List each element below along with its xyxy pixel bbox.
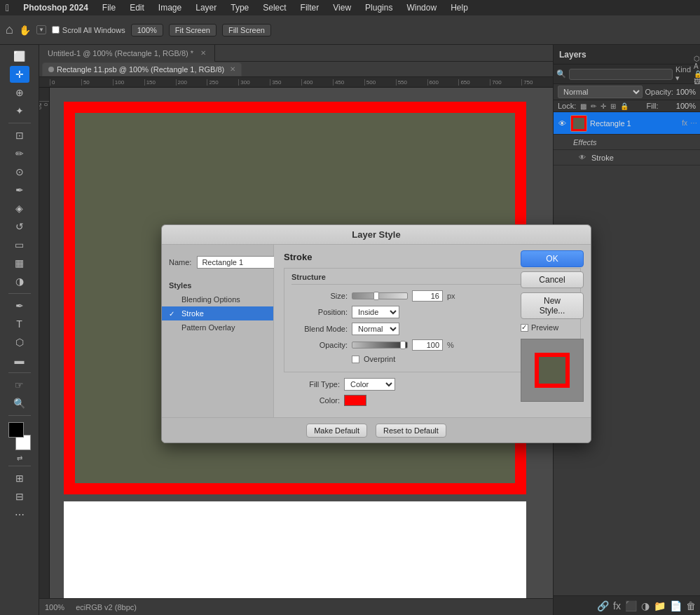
- menu-file[interactable]: File: [99, 1, 118, 14]
- tool-shape[interactable]: ▬: [10, 352, 29, 369]
- tool-gradient[interactable]: ▦: [10, 255, 29, 271]
- tool-move[interactable]: ✛: [10, 66, 29, 83]
- fill-screen-button[interactable]: Fill Screen: [222, 24, 271, 36]
- foreground-color-swatch[interactable]: [8, 422, 24, 438]
- tab-rectangle[interactable]: Rectangle 11.psb @ 100% (Rectangle 1, RG…: [42, 62, 242, 76]
- tool-extra-3[interactable]: ⋯: [10, 506, 29, 523]
- fit-screen-button[interactable]: Fit Screen: [169, 24, 217, 36]
- tab-untitled-close[interactable]: ✕: [200, 49, 206, 57]
- overprint-checkbox[interactable]: [352, 356, 359, 363]
- blend-mode-select[interactable]: Normal Multiply Screen Overlay: [352, 323, 399, 335]
- menu-filter[interactable]: Filter: [298, 1, 322, 14]
- lock-all-icon[interactable]: 🔒: [620, 102, 629, 110]
- blending-options-item[interactable]: Blending Options: [162, 292, 273, 306]
- tick-100: 100: [113, 79, 144, 86]
- dialog-title: Layer Style: [352, 229, 400, 240]
- stroke-item[interactable]: ✓ Stroke: [162, 306, 273, 320]
- tool-hand[interactable]: ☞: [10, 377, 29, 393]
- delete-layer-icon[interactable]: 🗑: [686, 600, 696, 611]
- tool-extra-1[interactable]: ⊞: [10, 470, 29, 487]
- app-name[interactable]: Photoshop 2024: [20, 1, 91, 14]
- make-default-button[interactable]: Make Default: [306, 424, 367, 438]
- ruler-corner: [39, 88, 49, 98]
- blend-mode-select[interactable]: Normal Multiply Screen: [558, 86, 643, 98]
- menu-image[interactable]: Image: [156, 1, 184, 14]
- create-group-icon[interactable]: 📁: [654, 600, 666, 611]
- stroke-effect-item[interactable]: 👁 Stroke: [554, 150, 700, 165]
- menu-window[interactable]: Window: [404, 1, 439, 14]
- home-icon[interactable]: ⌂: [6, 22, 13, 37]
- tool-brush[interactable]: ✒: [10, 182, 29, 198]
- kind-dropdown[interactable]: Kind ▾: [675, 65, 691, 83]
- opacity-slider-thumb: [400, 341, 406, 349]
- tool-divider-4: [8, 415, 31, 416]
- tab-untitled-label: Untitled-1 @ 100% (Rectangle 1, RGB/8) *: [48, 49, 193, 58]
- tool-eyedropper[interactable]: ✏: [10, 145, 29, 162]
- menu-view[interactable]: View: [330, 1, 354, 14]
- tool-marquee[interactable]: ⬜: [10, 48, 29, 65]
- tool-stamp[interactable]: ◈: [10, 200, 29, 217]
- tool-dodge[interactable]: ◑: [10, 273, 29, 290]
- cancel-button[interactable]: Cancel: [521, 271, 584, 288]
- tool-lasso[interactable]: ⊕: [10, 84, 29, 101]
- lock-position-icon[interactable]: ✛: [601, 102, 606, 110]
- zoom-level[interactable]: 100%: [131, 24, 163, 36]
- hand-icon[interactable]: ✋: [19, 25, 31, 36]
- ok-button[interactable]: OK: [521, 250, 584, 267]
- lock-transparent-icon[interactable]: ▩: [580, 102, 586, 110]
- opacity-input[interactable]: [412, 339, 443, 351]
- preview-checkbox[interactable]: [521, 324, 528, 332]
- lock-image-icon[interactable]: ✏: [591, 102, 596, 110]
- menu-help[interactable]: Help: [448, 1, 471, 14]
- stroke-visibility-icon[interactable]: 👁: [579, 154, 589, 161]
- pattern-overlay-item[interactable]: Pattern Overlay: [162, 320, 273, 334]
- tool-path[interactable]: ⬡: [10, 334, 29, 351]
- search-input[interactable]: [569, 69, 673, 80]
- scroll-all-checkbox[interactable]: Scroll All Windows: [52, 26, 125, 34]
- create-layer-icon[interactable]: 📄: [670, 600, 682, 611]
- layer-visibility-icon[interactable]: 👁: [556, 119, 568, 128]
- size-input[interactable]: [412, 290, 443, 302]
- tool-pen[interactable]: ✒: [10, 297, 29, 314]
- lock-artboard-icon[interactable]: ⊞: [610, 102, 616, 110]
- add-style-icon[interactable]: fx: [613, 600, 621, 611]
- menu-select[interactable]: Select: [260, 1, 289, 14]
- tab-untitled[interactable]: Untitled-1 @ 100% (Rectangle 1, RGB/8) *…: [39, 45, 215, 62]
- menu-layer[interactable]: Layer: [193, 1, 219, 14]
- tool-extra-2[interactable]: ⊟: [10, 488, 29, 505]
- size-slider[interactable]: [352, 292, 408, 299]
- scroll-all-check[interactable]: [52, 26, 60, 34]
- layer-fx-label[interactable]: fx: [682, 119, 687, 127]
- tool-zoom[interactable]: 🔍: [10, 395, 29, 412]
- menu-type[interactable]: Type: [228, 1, 252, 14]
- position-select[interactable]: Inside Outside Center: [352, 306, 399, 318]
- fill-type-select[interactable]: Color Gradient Pattern: [344, 378, 395, 391]
- tool-heal[interactable]: ⊙: [10, 163, 29, 180]
- tick-750: 750: [521, 79, 553, 86]
- layer-rectangle-1[interactable]: 👁 Rectangle 1 fx ⋯: [554, 112, 700, 135]
- zoom-status: 100%: [45, 603, 64, 611]
- layer-style-dialog[interactable]: Layer Style Name: Styles Blending Option…: [161, 224, 591, 443]
- add-adjustment-icon[interactable]: ◑: [641, 600, 650, 611]
- color-swatch[interactable]: [344, 395, 366, 406]
- tick-0: 0: [50, 79, 81, 86]
- link-layers-icon[interactable]: 🔗: [597, 600, 609, 611]
- reset-to-default-button[interactable]: Reset to Default: [376, 424, 446, 438]
- tool-type[interactable]: T: [10, 316, 29, 332]
- tool-crop[interactable]: ⊡: [10, 127, 29, 144]
- tool-eraser[interactable]: ▭: [10, 236, 29, 253]
- tool-history[interactable]: ↺: [10, 218, 29, 235]
- panel-bottom: 🔗 fx ⬛ ◑ 📁 📄 🗑: [554, 595, 700, 615]
- layers-panel-title: Layers: [559, 50, 586, 60]
- opacity-slider[interactable]: [352, 342, 408, 349]
- tab-rectangle-close[interactable]: ✕: [230, 65, 235, 73]
- layer-options-icon[interactable]: ⋯: [690, 119, 697, 127]
- tool-magic-wand[interactable]: ✦: [10, 102, 29, 119]
- add-mask-icon[interactable]: ⬛: [625, 600, 637, 611]
- menu-plugins[interactable]: Plugins: [362, 1, 395, 14]
- zoom-dropdown-icon[interactable]: ▼: [36, 25, 46, 34]
- tab-bar: Untitled-1 @ 100% (Rectangle 1, RGB/8) *…: [39, 45, 553, 62]
- swap-colors-icon[interactable]: ⇄: [17, 454, 22, 462]
- menu-edit[interactable]: Edit: [127, 1, 147, 14]
- new-style-button[interactable]: New Style...: [521, 292, 584, 319]
